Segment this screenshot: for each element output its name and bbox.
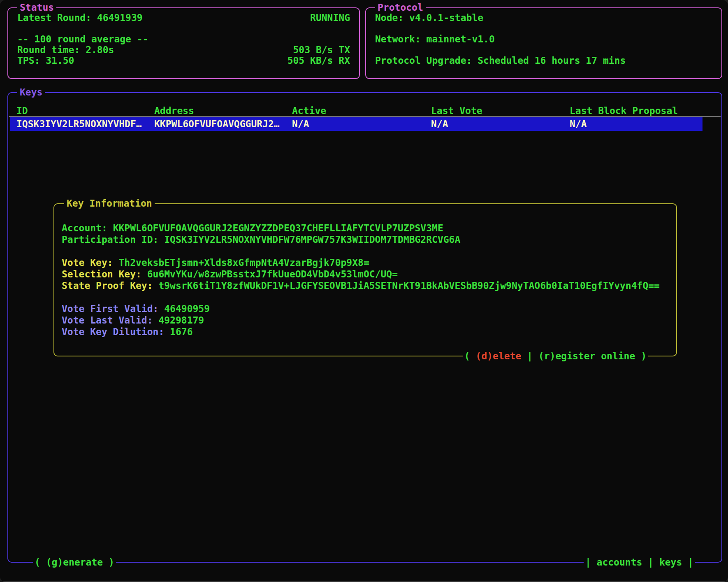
header-separator: [9, 116, 721, 117]
nav-close-pipe: |: [682, 557, 693, 568]
tx-rate-value: 503 B/s TX: [293, 44, 350, 55]
status-line-tps: TPS: 31.50505 KB/s RX: [17, 55, 350, 66]
network-line: Network: mainnet-v1.0: [375, 34, 712, 44]
network-value: Network: mainnet-v1.0: [375, 34, 495, 44]
vote-last-valid-label: Vote Last Valid:: [62, 315, 158, 326]
protocol-panel-content: Node: v4.0.1-stableNetwork: mainnet-v1.0…: [366, 8, 721, 66]
row-cell-last-block-proposal: N/A: [570, 117, 587, 131]
participation-id-label: Participation ID:: [62, 234, 164, 245]
status-line-1: Latest Round: 46491939RUNNING: [17, 12, 350, 23]
register-online-button[interactable]: (r)egister online: [538, 351, 635, 361]
actions-open-paren: (: [464, 351, 476, 361]
bottom-nav: | accounts | keys |: [584, 557, 695, 568]
column-header-last-block-proposal: Last Block Proposal: [570, 105, 678, 116]
vote-key-value: Th2veksbETjsmn+Xlds8xGfmpNtA4VzarBgjk70p…: [118, 257, 369, 268]
vote-first-valid-label: Vote First Valid:: [62, 303, 164, 314]
participation-id-line: Participation ID: IQSK3IYV2LR5NOXNYVHDFW…: [62, 234, 668, 245]
state-proof-key-value: t9wsrK6tiT1Y8zfWUkDF1V+LJGFYSEOVB1JiA5SE…: [158, 280, 660, 291]
selection-key-value: 6u6MvYKu/w8zwPBsstxJ7fkUueOD4VbD4v53lmOC…: [147, 269, 398, 279]
row-cell-last-vote: N/A: [431, 117, 448, 131]
keys-panel: Keys ID Address Active Last Vote Last Bl…: [7, 92, 722, 563]
state-proof-key-label: State Proof Key:: [62, 280, 158, 291]
vote-key-dilution-line: Vote Key Dilution: 1676: [62, 326, 668, 338]
vote-key-label: Vote Key:: [62, 257, 118, 268]
delete-key-button[interactable]: (d)elete: [476, 351, 522, 361]
blank-line: [375, 23, 712, 34]
vote-key-dilution-label: Vote Key Dilution:: [62, 326, 170, 337]
vote-key-dilution-value: 1676: [170, 326, 192, 337]
generate-key-button[interactable]: ( (g)enerate ): [33, 557, 116, 568]
blank-line: [62, 245, 668, 257]
vote-key-line: Vote Key: Th2veksbETjsmn+Xlds8xGfmpNtA4V…: [62, 257, 668, 268]
table-row-selected[interactable]: IQSK3IYV2LR5NOXNYVHDF…KKPWL6OFVUFOAVQGGU…: [10, 117, 702, 131]
account-value: KKPWL6OFVUFOAVQGGURJ2EGNZYZZDPEQ37CHEFLL…: [113, 223, 443, 233]
column-header-address: Address: [154, 105, 194, 116]
row-cell-active: N/A: [292, 117, 309, 131]
column-header-id: ID: [16, 105, 28, 116]
account-label: Account:: [62, 223, 113, 233]
protocol-panel: Protocol Node: v4.0.1-stableNetwork: mai…: [365, 7, 722, 79]
vote-last-valid-value: 49298179: [158, 315, 204, 326]
latest-round-value: Latest Round: 46491939: [17, 12, 143, 23]
column-header-last-vote: Last Vote: [431, 105, 482, 116]
key-actions: ( (d)elete | (r)egister online ): [463, 350, 648, 362]
protocol-upgrade-line: Protocol Upgrade: Scheduled 16 hours 17 …: [375, 55, 712, 66]
key-information-content: Account: KKPWL6OFVUFOAVQGGURJ2EGNZYZZDPE…: [54, 204, 676, 338]
rx-rate-value: 505 KB/s RX: [287, 55, 350, 66]
vote-first-valid-value: 46490959: [164, 303, 210, 314]
node-version-line: Node: v4.0.1-stable: [375, 12, 712, 23]
key-information-title: Key Information: [64, 198, 155, 209]
keys-panel-title: Keys: [17, 87, 45, 98]
column-header-active: Active: [292, 105, 326, 116]
vote-first-valid-line: Vote First Valid: 46490959: [62, 303, 668, 314]
tab-keys[interactable]: keys: [659, 557, 682, 568]
protocol-upgrade-value: Protocol Upgrade: Scheduled 16 hours 17 …: [375, 55, 626, 66]
status-line-round-time: Round time: 2.80s503 B/s TX: [17, 44, 350, 55]
actions-close-paren: ): [635, 351, 647, 361]
round-average-header: -- 100 round average --: [17, 34, 350, 44]
row-cell-address: KKPWL6OFVUFOAVQGGURJ2…: [154, 117, 280, 131]
tps-value: TPS: 31.50: [17, 55, 74, 66]
round-time-value: Round time: 2.80s: [17, 44, 114, 55]
blank-line: [17, 23, 350, 34]
actions-separator: |: [521, 351, 538, 361]
selection-key-line: Selection Key: 6u6MvYKu/w8zwPBsstxJ7fkUu…: [62, 268, 668, 280]
blank-line: [375, 44, 712, 55]
tab-accounts[interactable]: accounts: [597, 557, 642, 568]
round-average-header-text: -- 100 round average --: [17, 34, 148, 44]
node-state-badge: RUNNING: [310, 12, 350, 23]
vote-last-valid-line: Vote Last Valid: 49298179: [62, 314, 668, 326]
nav-middle-pipe: |: [642, 557, 659, 568]
blank-line: [62, 291, 668, 303]
state-proof-key-line: State Proof Key: t9wsrK6tiT1Y8zfWUkDF1V+…: [62, 280, 668, 291]
protocol-panel-title: Protocol: [375, 2, 426, 13]
node-version-value: Node: v4.0.1-stable: [375, 12, 483, 23]
row-cell-id: IQSK3IYV2LR5NOXNYVHDF…: [16, 117, 142, 131]
nav-open-pipe: |: [585, 557, 597, 568]
key-information-panel: Key Information Account: KKPWL6OFVUFOAVQ…: [53, 203, 677, 356]
account-line: Account: KKPWL6OFVUFOAVQGGURJ2EGNZYZZDPE…: [62, 222, 668, 234]
status-panel: Status Latest Round: 46491939RUNNING-- 1…: [7, 7, 360, 79]
selection-key-label: Selection Key:: [62, 269, 147, 279]
status-panel-title: Status: [17, 2, 56, 13]
terminal-window: Status Latest Round: 46491939RUNNING-- 1…: [0, 0, 728, 582]
status-panel-content: Latest Round: 46491939RUNNING-- 100 roun…: [8, 8, 359, 66]
participation-id-value: IQSK3IYV2LR5NOXNYVHDFW76MPGW757K3WIIDOM7…: [164, 234, 460, 245]
